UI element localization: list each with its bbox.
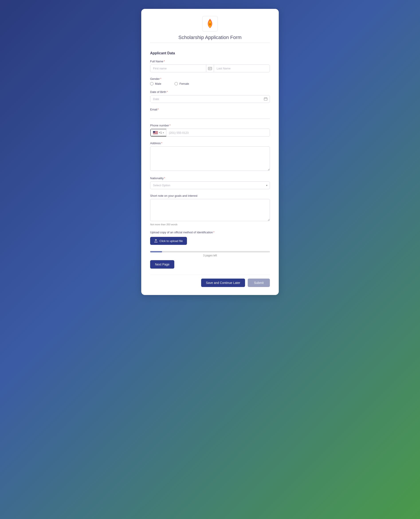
svg-rect-4 [264, 98, 267, 100]
goals-group: Short note on your goals and interest No… [150, 194, 270, 226]
gender-male-label: Male [155, 82, 161, 85]
upload-icon [154, 239, 158, 243]
required-star-email: * [158, 108, 159, 111]
phone-group: Phone number* +1 ▾ [150, 124, 270, 137]
upload-button[interactable]: Click to upload file [150, 237, 187, 245]
address-textarea[interactable] [150, 146, 270, 171]
svg-rect-0 [208, 67, 212, 70]
first-name-input[interactable] [150, 65, 206, 72]
section-title: Applicant Data [150, 51, 270, 55]
header-divider [150, 43, 270, 43]
svg-rect-13 [153, 133, 158, 134]
name-row [150, 65, 270, 72]
gender-female-option[interactable]: Female [174, 82, 189, 85]
address-group: Address* [150, 142, 270, 172]
save-later-button[interactable]: Save and Continue Later [201, 278, 245, 287]
gender-label: Gender* [150, 77, 270, 81]
progress-bar-fill [150, 251, 162, 252]
full-name-label: Full Name* [150, 60, 270, 63]
dob-input[interactable] [150, 95, 262, 103]
goals-textarea[interactable] [150, 199, 270, 221]
gender-female-label: Female [180, 82, 189, 85]
email-group: Email* [150, 108, 270, 119]
id-card-icon[interactable] [206, 65, 214, 72]
svg-point-1 [209, 68, 210, 69]
required-star-phone: * [169, 124, 171, 127]
email-input-wrapper [150, 113, 270, 119]
dob-label: Date of Birth* [150, 90, 270, 94]
phone-label: Phone number* [150, 124, 270, 127]
dropdown-arrow-phone: ▾ [163, 132, 164, 134]
form-header: Scholarship Application Form [150, 16, 270, 47]
nationality-select[interactable]: Select Option United States United Kingd… [150, 182, 270, 189]
phone-country-selector[interactable]: +1 ▾ [150, 129, 166, 136]
progress-label: 3 pages left [150, 254, 270, 257]
form-card: Scholarship Application Form Applicant D… [141, 9, 279, 295]
required-star-address: * [161, 142, 162, 145]
country-code: +1 [159, 131, 162, 134]
nationality-group: Nationality* Select Option United States… [150, 177, 270, 189]
phone-row: +1 ▾ [150, 129, 270, 137]
next-page-button[interactable]: Next Page [150, 260, 174, 269]
address-label: Address* [150, 142, 270, 145]
progress-section: 3 pages left Next Page [150, 251, 270, 269]
upload-label: Upload copy of an official method of Ide… [150, 231, 270, 234]
progress-bar-bg [150, 251, 270, 252]
dob-group: Date of Birth* [150, 90, 270, 103]
upload-button-label: Click to upload file [159, 239, 183, 243]
logo-icon [206, 18, 214, 29]
required-star-gender: * [160, 77, 161, 81]
gender-radio-group: Male Female [150, 82, 270, 85]
gender-female-radio[interactable] [174, 82, 178, 85]
date-input-wrapper [150, 95, 270, 103]
required-star-dob: * [166, 90, 168, 94]
upload-group: Upload copy of an official method of Ide… [150, 231, 270, 245]
svg-rect-15 [153, 131, 155, 133]
logo-box [202, 16, 218, 31]
gender-male-radio[interactable] [150, 82, 153, 85]
email-input[interactable] [150, 113, 270, 118]
calendar-icon [264, 97, 267, 101]
svg-rect-14 [153, 134, 158, 134]
svg-rect-12 [153, 133, 158, 133]
goals-label: Short note on your goals and interest [150, 194, 270, 197]
nationality-label: Nationality* [150, 177, 270, 180]
word-limit-hint: Not more than 350 words [150, 223, 270, 226]
gender-group: Gender* Male Female [150, 77, 270, 85]
form-footer: Save and Continue Later Submit [150, 275, 270, 287]
required-star-nationality: * [164, 177, 165, 180]
form-title: Scholarship Application Form [179, 35, 242, 40]
full-name-group: Full Name* [150, 60, 270, 72]
submit-button[interactable]: Submit [248, 278, 270, 287]
phone-input[interactable] [166, 129, 270, 136]
us-flag-icon [153, 131, 158, 134]
required-star: * [164, 60, 165, 63]
gender-male-option[interactable]: Male [150, 82, 161, 85]
email-label: Email* [150, 108, 270, 111]
last-name-input[interactable] [214, 65, 270, 72]
required-star-upload: * [213, 231, 214, 234]
nationality-select-wrapper: Select Option United States United Kingd… [150, 181, 270, 189]
